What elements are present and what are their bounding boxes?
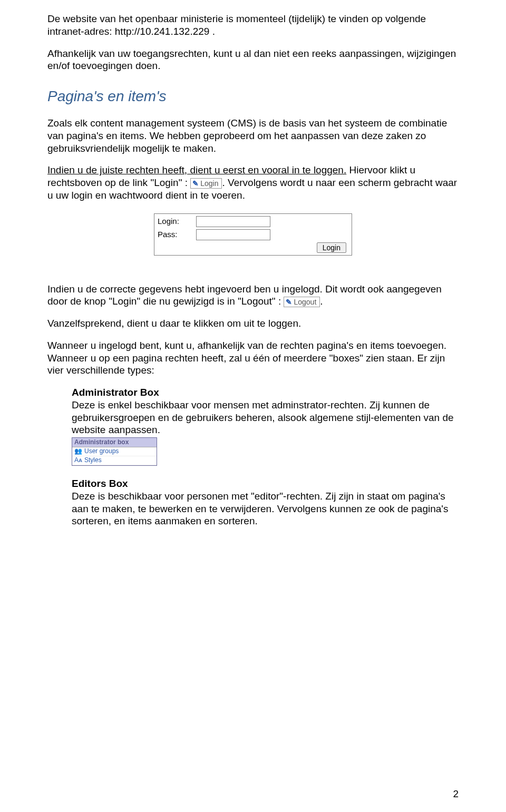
- paragraph-loggedin: Indien u de correcte gegevens hebt ingev…: [47, 283, 459, 308]
- admin-box-row-styles: Aᴀ Styles: [72, 456, 157, 465]
- admin-box-desc: Deze is enkel beschikbaar voor mensen me…: [72, 399, 454, 436]
- admin-box-title: Administrator Box: [72, 387, 159, 398]
- admin-box-row1-label: User groups: [84, 447, 119, 455]
- intranet-url: http://10.241.132.229: [115, 26, 210, 37]
- section-heading-paginas-items: Pagina's en item's: [47, 87, 459, 105]
- logout-label: Logout: [294, 298, 316, 306]
- paragraph-rights: Afhankelijk van uw toegangsrechten, kunt…: [47, 47, 459, 73]
- admin-box-header: Administrator box: [72, 438, 157, 447]
- editors-box-section: Editors Box Deze is beschikbaar voor per…: [72, 477, 459, 527]
- text: De website van het openbaar ministerie i…: [47, 13, 426, 37]
- admin-box-section: Administrator Box Deze is enkel beschikb…: [72, 386, 459, 466]
- paragraph-logout: Vanzelfsprekend, dient u daar te klikken…: [47, 317, 459, 330]
- styles-icon: Aᴀ: [74, 456, 82, 464]
- pen-icon: ✎: [286, 298, 292, 306]
- pass-input[interactable]: [196, 229, 270, 240]
- pen-icon: ✎: [192, 179, 199, 188]
- login-form-table: Login: Pass: Login: [155, 215, 351, 254]
- paragraph-intro: De website van het openbaar ministerie i…: [47, 13, 459, 38]
- paragraph-login-instruction: Indien u de juiste rechten heeft, dient …: [47, 164, 459, 201]
- text: .: [320, 296, 323, 307]
- editors-box-title: Editors Box: [72, 478, 128, 489]
- paragraph-cms: Zoals elk content management systeem (CM…: [47, 117, 459, 154]
- user-groups-icon: 👥: [74, 447, 82, 455]
- login-submit-button[interactable]: Login: [317, 242, 346, 253]
- text-underline: Indien u de juiste rechten heeft, dient …: [47, 164, 346, 175]
- login-input[interactable]: [196, 216, 270, 227]
- editors-box-desc: Deze is beschikbaar voor personen met "e…: [72, 491, 448, 527]
- login-label: Login:: [155, 215, 194, 228]
- login-button-image: ✎Login: [190, 178, 222, 189]
- logout-button-image: ✎Logout: [284, 297, 320, 307]
- text: Indien u de correcte gegevens hebt ingev…: [47, 283, 442, 307]
- login-label: Login: [200, 179, 218, 188]
- paragraph-boxes-intro: Wanneer u ingelogd bent, kunt u, afhanke…: [47, 339, 459, 377]
- admin-box-row2-label: Styles: [84, 456, 102, 464]
- text: .: [209, 26, 215, 37]
- admin-box-screenshot: Administrator box 👥 User groups Aᴀ Style…: [72, 437, 157, 466]
- pass-label: Pass:: [155, 228, 194, 241]
- login-form-screenshot: Login: Pass: Login: [154, 213, 352, 256]
- admin-box-row-usergroups: 👥 User groups: [72, 447, 157, 456]
